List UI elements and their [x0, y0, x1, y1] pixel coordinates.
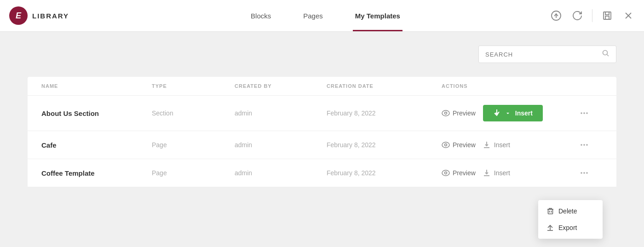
svg-point-20 [583, 144, 585, 146]
dropdown-delete[interactable]: Delete [538, 203, 603, 219]
row-actions: Preview Insert [442, 105, 580, 121]
table-row: Coffee Template Page admin February 8, 2… [28, 159, 616, 187]
logo-icon: E [9, 6, 28, 25]
row-type: Page [152, 141, 235, 149]
row-type: Page [152, 169, 235, 177]
svg-line-8 [607, 55, 609, 57]
svg-point-28 [586, 172, 588, 174]
insert-button-secondary[interactable]: Insert [483, 141, 510, 149]
row-date: February 8, 2022 [327, 109, 442, 117]
more-options-button[interactable] [580, 140, 603, 149]
row-creator: admin [235, 141, 327, 149]
table-row: About Us Section Section admin February … [28, 96, 616, 131]
insert-button-secondary[interactable]: Insert [483, 169, 510, 177]
row-actions: Preview Insert [442, 141, 580, 149]
row-name: Coffee Template [41, 169, 152, 177]
search-input[interactable] [485, 51, 602, 58]
header: E LIBRARY Blocks Pages My Templates [0, 0, 644, 32]
logo-area: E LIBRARY [9, 6, 101, 25]
close-icon[interactable] [622, 9, 635, 22]
nav-tabs: Blocks Pages My Templates [101, 0, 550, 31]
svg-point-7 [603, 51, 608, 55]
svg-point-14 [586, 112, 588, 114]
row-name: Cafe [41, 141, 152, 149]
svg-point-22 [442, 170, 449, 176]
col-creation-date: CREATION DATE [327, 83, 442, 89]
row-creator: admin [235, 109, 327, 117]
tab-my-templates[interactable]: My Templates [353, 0, 402, 31]
svg-rect-2 [604, 12, 611, 19]
svg-point-9 [442, 110, 449, 116]
svg-rect-4 [605, 16, 609, 19]
svg-rect-3 [605, 12, 609, 15]
dropdown-menu: Delete Export [538, 200, 603, 239]
col-type: TYPE [152, 83, 235, 89]
table-row: Cafe Page admin February 8, 2022 Preview [28, 131, 616, 159]
svg-rect-29 [548, 209, 552, 214]
tab-blocks[interactable]: Blocks [248, 0, 273, 31]
row-creator: admin [235, 169, 327, 177]
svg-point-13 [583, 112, 585, 114]
svg-point-26 [581, 172, 582, 174]
templates-table: NAME TYPE CREATED BY CREATION DATE ACTIO… [28, 77, 616, 187]
tab-pages[interactable]: Pages [301, 0, 325, 31]
search-area [28, 46, 616, 63]
header-icons [550, 9, 635, 22]
svg-point-16 [445, 144, 447, 146]
upload-icon[interactable] [550, 9, 563, 22]
row-type: Section [152, 109, 235, 117]
insert-button-primary[interactable]: Insert [483, 105, 543, 121]
save-icon[interactable] [601, 9, 614, 22]
content-area: NAME TYPE CREATED BY CREATION DATE ACTIO… [0, 32, 644, 247]
export-icon [546, 224, 554, 231]
svg-point-27 [583, 172, 585, 174]
svg-point-15 [442, 142, 449, 148]
preview-button[interactable]: Preview [442, 169, 476, 177]
more-options-button[interactable] [580, 109, 603, 118]
col-created-by: CREATED BY [235, 83, 327, 89]
svg-point-21 [586, 144, 588, 146]
col-actions: ACTIONS [442, 83, 580, 89]
preview-button[interactable]: Preview [442, 109, 476, 117]
preview-button[interactable]: Preview [442, 141, 476, 149]
logo-text: LIBRARY [32, 12, 69, 20]
row-date: February 8, 2022 [327, 141, 442, 149]
refresh-icon[interactable] [571, 9, 584, 22]
header-divider [592, 9, 592, 22]
svg-point-19 [581, 144, 582, 146]
search-icon [602, 50, 610, 59]
search-container [478, 46, 616, 63]
table-header: NAME TYPE CREATED BY CREATION DATE ACTIO… [28, 77, 616, 96]
row-actions: Preview Insert [442, 169, 580, 177]
row-date: February 8, 2022 [327, 169, 442, 177]
col-name: NAME [41, 83, 152, 89]
dropdown-export[interactable]: Export [538, 219, 603, 236]
svg-point-10 [445, 112, 447, 115]
col-more [580, 83, 603, 89]
trash-icon [546, 207, 554, 215]
svg-point-23 [445, 172, 447, 174]
row-name: About Us Section [41, 109, 152, 117]
more-options-button[interactable] [580, 168, 603, 178]
svg-point-12 [581, 112, 582, 114]
